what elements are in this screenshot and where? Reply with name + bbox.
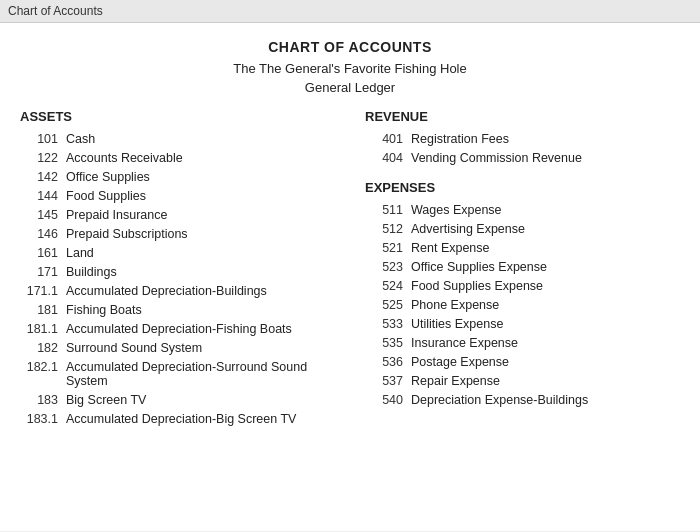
table-row: 521 Rent Expense [365, 241, 680, 255]
account-name: Big Screen TV [66, 393, 146, 407]
account-number: 537 [365, 374, 403, 388]
table-row: 182.1 Accumulated Depreciation-Surround … [20, 360, 335, 388]
account-number: 523 [365, 260, 403, 274]
table-row: 171 Buildings [20, 265, 335, 279]
table-row: 181 Fishing Boats [20, 303, 335, 317]
account-number: 183 [20, 393, 58, 407]
account-name: Accumulated Depreciation-Buildings [66, 284, 267, 298]
account-number: 161 [20, 246, 58, 260]
account-number: 521 [365, 241, 403, 255]
account-name: Wages Expense [411, 203, 502, 217]
account-name: Prepaid Insurance [66, 208, 167, 222]
account-name: Utilities Expense [411, 317, 503, 331]
assets-header: ASSETS [20, 109, 335, 124]
subtitle: The The General's Favorite Fishing Hole [20, 61, 680, 76]
account-number: 536 [365, 355, 403, 369]
account-name: Registration Fees [411, 132, 509, 146]
account-name: Land [66, 246, 94, 260]
account-name: Vending Commission Revenue [411, 151, 582, 165]
table-row: 146 Prepaid Subscriptions [20, 227, 335, 241]
account-name: Phone Expense [411, 298, 499, 312]
account-name: Cash [66, 132, 95, 146]
table-row: 144 Food Supplies [20, 189, 335, 203]
account-number: 404 [365, 151, 403, 165]
account-name: Office Supplies Expense [411, 260, 547, 274]
expenses-header: EXPENSES [365, 180, 680, 195]
assets-column: ASSETS 101 Cash 122 Accounts Receivable … [20, 109, 355, 431]
account-number: 171 [20, 265, 58, 279]
table-row: 536 Postage Expense [365, 355, 680, 369]
account-number: 181 [20, 303, 58, 317]
account-number: 101 [20, 132, 58, 146]
table-row: 171.1 Accumulated Depreciation-Buildings [20, 284, 335, 298]
account-number: 524 [365, 279, 403, 293]
window-title: Chart of Accounts [8, 4, 103, 18]
main-content: CHART OF ACCOUNTS The The General's Favo… [0, 23, 700, 531]
account-name: Rent Expense [411, 241, 490, 255]
account-number: 535 [365, 336, 403, 350]
account-number: 540 [365, 393, 403, 407]
revenue-expenses-column: REVENUE 401 Registration Fees 404 Vendin… [355, 109, 680, 431]
table-row: 523 Office Supplies Expense [365, 260, 680, 274]
account-number: 171.1 [20, 284, 58, 298]
account-number: 511 [365, 203, 403, 217]
account-name: Accumulated Depreciation-Big Screen TV [66, 412, 296, 426]
table-row: 142 Office Supplies [20, 170, 335, 184]
table-row: 535 Insurance Expense [365, 336, 680, 350]
account-number: 144 [20, 189, 58, 203]
account-name: Food Supplies Expense [411, 279, 543, 293]
table-row: 537 Repair Expense [365, 374, 680, 388]
revenue-list: 401 Registration Fees 404 Vending Commis… [365, 132, 680, 165]
account-number: 401 [365, 132, 403, 146]
account-number: 146 [20, 227, 58, 241]
table-row: 512 Advertising Expense [365, 222, 680, 236]
account-name: Buildings [66, 265, 117, 279]
account-name: Depreciation Expense-Buildings [411, 393, 588, 407]
table-row: 404 Vending Commission Revenue [365, 151, 680, 165]
account-name: Food Supplies [66, 189, 146, 203]
account-name: Insurance Expense [411, 336, 518, 350]
account-number: 181.1 [20, 322, 58, 336]
table-row: 183 Big Screen TV [20, 393, 335, 407]
table-row: 101 Cash [20, 132, 335, 146]
account-name: Postage Expense [411, 355, 509, 369]
table-row: 511 Wages Expense [365, 203, 680, 217]
account-name: Accumulated Depreciation-Surround Sound … [66, 360, 335, 388]
window-title-bar: Chart of Accounts [0, 0, 700, 23]
account-name: Accumulated Depreciation-Fishing Boats [66, 322, 292, 336]
account-name: Repair Expense [411, 374, 500, 388]
table-row: 533 Utilities Expense [365, 317, 680, 331]
account-name: Prepaid Subscriptions [66, 227, 188, 241]
account-number: 182.1 [20, 360, 58, 374]
table-row: 161 Land [20, 246, 335, 260]
account-number: 183.1 [20, 412, 58, 426]
account-name: Fishing Boats [66, 303, 142, 317]
table-row: 145 Prepaid Insurance [20, 208, 335, 222]
account-name: Surround Sound System [66, 341, 202, 355]
assets-list: 101 Cash 122 Accounts Receivable 142 Off… [20, 132, 335, 426]
account-number: 533 [365, 317, 403, 331]
account-name: Advertising Expense [411, 222, 525, 236]
account-number: 122 [20, 151, 58, 165]
account-number: 142 [20, 170, 58, 184]
account-name: Accounts Receivable [66, 151, 183, 165]
revenue-header: REVENUE [365, 109, 680, 124]
account-number: 525 [365, 298, 403, 312]
account-number: 512 [365, 222, 403, 236]
table-row: 525 Phone Expense [365, 298, 680, 312]
page-title: CHART OF ACCOUNTS [20, 39, 680, 55]
table-row: 182 Surround Sound System [20, 341, 335, 355]
account-number: 182 [20, 341, 58, 355]
account-name: Office Supplies [66, 170, 150, 184]
table-row: 540 Depreciation Expense-Buildings [365, 393, 680, 407]
expenses-list: 511 Wages Expense 512 Advertising Expens… [365, 203, 680, 407]
columns-container: ASSETS 101 Cash 122 Accounts Receivable … [20, 109, 680, 431]
table-row: 524 Food Supplies Expense [365, 279, 680, 293]
table-row: 181.1 Accumulated Depreciation-Fishing B… [20, 322, 335, 336]
ledger-label: General Ledger [20, 80, 680, 95]
table-row: 401 Registration Fees [365, 132, 680, 146]
table-row: 122 Accounts Receivable [20, 151, 335, 165]
table-row: 183.1 Accumulated Depreciation-Big Scree… [20, 412, 335, 426]
account-number: 145 [20, 208, 58, 222]
